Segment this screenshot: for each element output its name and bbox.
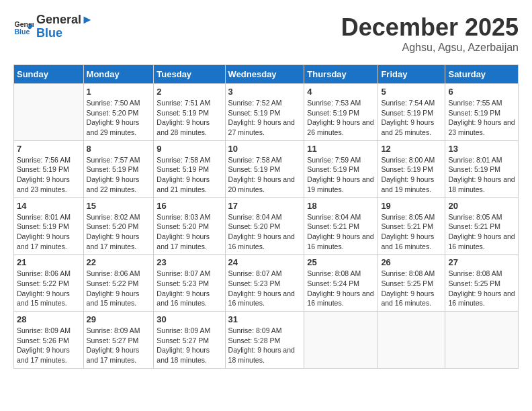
sunrise-text: Sunrise: 8:04 AM: [228, 213, 282, 221]
sunrise-text: Sunrise: 8:01 AM: [17, 213, 71, 221]
daylight-text: Daylight: 9 hours and 16 minutes.: [381, 289, 434, 308]
sunset-text: Sunset: 5:19 PM: [381, 109, 433, 117]
sunrise-text: Sunrise: 8:06 AM: [17, 269, 71, 277]
day-number: 22: [87, 257, 151, 267]
location-subtitle: Aghsu, Agsu, Azerbaijan: [341, 42, 519, 54]
calendar-cell: 8 Sunrise: 7:57 AM Sunset: 5:19 PM Dayli…: [83, 140, 154, 197]
sunset-text: Sunset: 5:27 PM: [157, 336, 209, 345]
sunset-text: Sunset: 5:23 PM: [228, 279, 281, 287]
sunrise-text: Sunrise: 7:51 AM: [157, 99, 210, 107]
calendar-week-row: 28 Sunrise: 8:09 AM Sunset: 5:26 PM Dayl…: [14, 312, 519, 369]
sunrise-text: Sunrise: 8:08 AM: [448, 269, 502, 277]
daylight-text: Daylight: 9 hours and 18 minutes.: [228, 346, 295, 364]
sunset-text: Sunset: 5:20 PM: [87, 109, 139, 117]
calendar-cell: 1 Sunrise: 7:50 AM Sunset: 5:20 PM Dayli…: [83, 84, 154, 141]
daylight-text: Daylight: 9 hours and 17 minutes.: [87, 346, 140, 364]
calendar-week-row: 14 Sunrise: 8:01 AM Sunset: 5:19 PM Dayl…: [14, 197, 519, 255]
sunset-text: Sunset: 5:20 PM: [87, 222, 139, 230]
daylight-text: Daylight: 9 hours and 18 minutes.: [157, 346, 210, 364]
calendar-cell: 11 Sunrise: 7:59 AM Sunset: 5:19 PM Dayl…: [304, 140, 378, 197]
daylight-text: Daylight: 9 hours and 26 minutes.: [307, 118, 373, 136]
day-number: 20: [448, 201, 515, 211]
day-number: 9: [157, 144, 222, 154]
sunset-text: Sunset: 5:19 PM: [228, 165, 281, 173]
sunset-text: Sunset: 5:25 PM: [381, 279, 433, 287]
calendar-cell: 17 Sunrise: 8:04 AM Sunset: 5:20 PM Dayl…: [225, 197, 304, 255]
calendar-table: SundayMondayTuesdayWednesdayThursdayFrid…: [13, 64, 519, 369]
daylight-text: Daylight: 9 hours and 16 minutes.: [228, 232, 295, 250]
day-number: 2: [157, 87, 222, 97]
weekday-header-thursday: Thursday: [304, 65, 378, 84]
weekday-header-tuesday: Tuesday: [154, 65, 225, 84]
daylight-text: Daylight: 9 hours and 16 minutes.: [157, 289, 210, 308]
sunrise-text: Sunrise: 8:08 AM: [307, 269, 361, 277]
day-number: 18: [307, 201, 375, 211]
sunset-text: Sunset: 5:22 PM: [87, 279, 139, 287]
calendar-cell: [378, 312, 445, 369]
day-number: 1: [87, 87, 151, 97]
calendar-cell: 24 Sunrise: 8:07 AM Sunset: 5:23 PM Dayl…: [225, 255, 304, 312]
sunrise-text: Sunrise: 8:09 AM: [228, 326, 282, 334]
day-number: 17: [228, 201, 302, 211]
calendar-cell: 12 Sunrise: 8:00 AM Sunset: 5:19 PM Dayl…: [378, 140, 445, 197]
month-title: December 2025: [341, 13, 519, 42]
sunrise-text: Sunrise: 8:05 AM: [448, 213, 502, 221]
sunrise-text: Sunrise: 7:53 AM: [307, 99, 361, 107]
calendar-cell: [445, 312, 519, 369]
daylight-text: Daylight: 9 hours and 16 minutes.: [381, 232, 434, 250]
logo: General Blue General► Blue: [13, 13, 93, 40]
sunset-text: Sunset: 5:19 PM: [228, 109, 281, 117]
daylight-text: Daylight: 9 hours and 17 minutes.: [17, 346, 70, 364]
calendar-cell: 5 Sunrise: 7:54 AM Sunset: 5:19 PM Dayli…: [378, 84, 445, 141]
day-number: 10: [228, 144, 302, 154]
day-number: 31: [228, 314, 302, 324]
day-number: 3: [228, 87, 302, 97]
sunrise-text: Sunrise: 7:57 AM: [87, 156, 140, 164]
daylight-text: Daylight: 9 hours and 23 minutes.: [448, 118, 515, 136]
day-number: 29: [87, 314, 151, 324]
daylight-text: Daylight: 9 hours and 17 minutes.: [17, 232, 70, 250]
daylight-text: Daylight: 9 hours and 27 minutes.: [228, 118, 295, 136]
daylight-text: Daylight: 9 hours and 16 minutes.: [448, 232, 515, 250]
sunrise-text: Sunrise: 8:05 AM: [381, 213, 435, 221]
weekday-header-saturday: Saturday: [445, 65, 519, 84]
daylight-text: Daylight: 9 hours and 19 minutes.: [307, 175, 373, 193]
day-number: 16: [157, 201, 222, 211]
day-number: 30: [157, 314, 222, 324]
sunset-text: Sunset: 5:19 PM: [307, 165, 359, 173]
daylight-text: Daylight: 9 hours and 21 minutes.: [157, 175, 210, 193]
sunrise-text: Sunrise: 8:07 AM: [228, 269, 282, 277]
calendar-cell: [14, 84, 84, 141]
daylight-text: Daylight: 9 hours and 17 minutes.: [157, 232, 210, 250]
sunset-text: Sunset: 5:24 PM: [307, 279, 359, 287]
calendar-cell: 30 Sunrise: 8:09 AM Sunset: 5:27 PM Dayl…: [154, 312, 225, 369]
daylight-text: Daylight: 9 hours and 22 minutes.: [87, 175, 140, 193]
daylight-text: Daylight: 9 hours and 16 minutes.: [307, 289, 373, 308]
weekday-header-wednesday: Wednesday: [225, 65, 304, 84]
daylight-text: Daylight: 9 hours and 15 minutes.: [87, 289, 140, 308]
sunrise-text: Sunrise: 8:09 AM: [87, 326, 140, 334]
day-number: 13: [448, 144, 515, 154]
weekday-header-friday: Friday: [378, 65, 445, 84]
day-number: 28: [17, 314, 81, 324]
calendar-cell: 26 Sunrise: 8:08 AM Sunset: 5:25 PM Dayl…: [378, 255, 445, 312]
sunset-text: Sunset: 5:21 PM: [307, 222, 359, 230]
day-number: 11: [307, 144, 375, 154]
logo-blue: Blue: [36, 27, 93, 40]
day-number: 8: [87, 144, 151, 154]
calendar-cell: 28 Sunrise: 8:09 AM Sunset: 5:26 PM Dayl…: [14, 312, 84, 369]
sunset-text: Sunset: 5:21 PM: [381, 222, 433, 230]
calendar-cell: 13 Sunrise: 8:01 AM Sunset: 5:19 PM Dayl…: [445, 140, 519, 197]
sunrise-text: Sunrise: 7:58 AM: [157, 156, 210, 164]
sunrise-text: Sunrise: 8:06 AM: [87, 269, 140, 277]
daylight-text: Daylight: 9 hours and 29 minutes.: [87, 118, 140, 136]
sunset-text: Sunset: 5:26 PM: [17, 336, 69, 345]
daylight-text: Daylight: 9 hours and 20 minutes.: [228, 175, 295, 193]
day-number: 19: [381, 201, 442, 211]
sunset-text: Sunset: 5:19 PM: [381, 165, 433, 173]
daylight-text: Daylight: 9 hours and 16 minutes.: [307, 232, 373, 250]
sunset-text: Sunset: 5:22 PM: [17, 279, 69, 287]
calendar-cell: 29 Sunrise: 8:09 AM Sunset: 5:27 PM Dayl…: [83, 312, 154, 369]
calendar-cell: 16 Sunrise: 8:03 AM Sunset: 5:20 PM Dayl…: [154, 197, 225, 255]
sunrise-text: Sunrise: 7:58 AM: [228, 156, 282, 164]
